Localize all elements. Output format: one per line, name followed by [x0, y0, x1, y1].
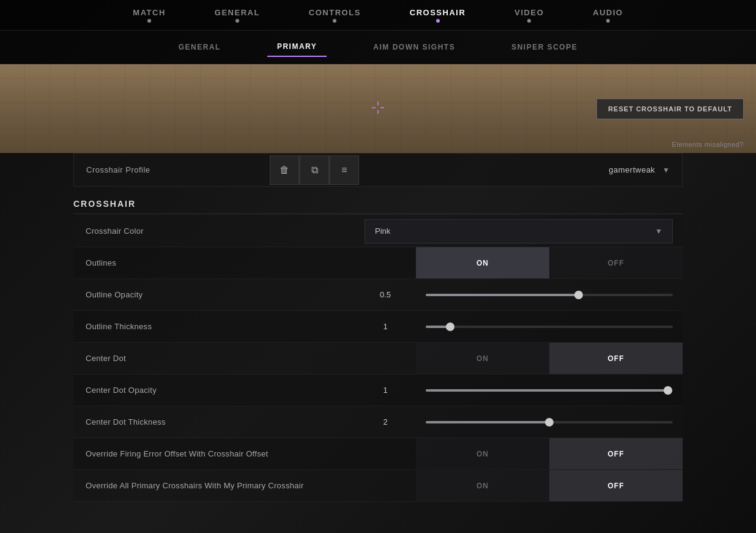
setting-value-center_dot_thickness: 2: [355, 417, 416, 427]
nav-label-general: GENERAL: [215, 8, 260, 17]
slider-track-outline_opacity[interactable]: [426, 294, 673, 296]
profile-delete-button[interactable]: 🗑: [270, 155, 299, 185]
profile-name-area[interactable]: gamertweak ▼: [359, 165, 682, 174]
nav-dot-video: [527, 19, 531, 23]
setting-label-override_firing_error: Override Firing Error Offset With Crossh…: [73, 449, 355, 458]
setting-row-center_dot_opacity: Center Dot Opacity1: [73, 375, 683, 406]
setting-label-center_dot_opacity: Center Dot Opacity: [73, 386, 355, 395]
subnav-item-general[interactable]: GENERAL: [169, 38, 231, 56]
sub-nav: GENERAL PRIMARY AIM DOWN SIGHTS SNIPER S…: [0, 31, 756, 64]
toggle-off-override_firing_error[interactable]: Off: [549, 438, 683, 469]
profile-copy-button[interactable]: ⧉: [300, 155, 329, 185]
nav-item-video[interactable]: VIDEO: [490, 0, 568, 31]
slider-fill-outline_opacity: [426, 294, 579, 296]
subnav-item-primary[interactable]: PRIMARY: [267, 37, 327, 57]
slider-track-center_dot_thickness[interactable]: [426, 421, 673, 423]
crosshair-preview-area: RESET CROSSHAIR TO DEFAULT Elements misa…: [0, 64, 756, 153]
nav-item-audio[interactable]: AUDIO: [568, 0, 647, 31]
slider-container-outline_opacity[interactable]: [416, 294, 683, 296]
nav-item-match[interactable]: MATCH: [108, 0, 190, 31]
slider-thumb-outline_thickness[interactable]: [446, 322, 454, 331]
nav-item-controls[interactable]: CONTROLS: [284, 0, 385, 31]
toggle-on-outlines[interactable]: On: [416, 247, 549, 278]
profile-dropdown-arrow: ▼: [662, 166, 670, 174]
toggle-off-outlines[interactable]: Off: [549, 247, 683, 278]
nav-item-crosshair[interactable]: CROSSHAIR: [385, 0, 491, 31]
setting-value-outline_opacity: 0.5: [355, 290, 416, 299]
toggle-group-center_dot: OnOff: [416, 343, 683, 374]
setting-row-crosshair_color: Crosshair Color Pink ▼: [73, 215, 683, 247]
slider-track-center_dot_opacity[interactable]: [426, 389, 673, 392]
toggle-on-override_firing_error[interactable]: On: [416, 438, 549, 469]
subnav-item-sniper-scope[interactable]: SNIPER SCOPE: [502, 38, 587, 56]
profile-label: Crosshair Profile: [74, 165, 270, 174]
toggle-group-outlines: OnOff: [416, 247, 683, 278]
toggle-group-override_all_primary: OnOff: [416, 470, 683, 501]
setting-label-outlines: Outlines: [73, 258, 355, 267]
setting-row-outline_thickness: Outline Thickness1: [73, 311, 683, 343]
nav-dot-crosshair: [436, 19, 440, 23]
section-header-crosshair: CROSSHAIR: [73, 189, 683, 214]
toggle-off-center_dot[interactable]: Off: [549, 343, 683, 374]
nav-label-crosshair: CROSSHAIR: [410, 8, 466, 17]
settings-container: Crosshair Color Pink ▼ OutlinesOnOffOutl…: [73, 215, 683, 502]
setting-label-center_dot_thickness: Center Dot Thickness: [73, 417, 355, 427]
setting-value-outline_thickness: 1: [355, 322, 416, 331]
subnav-item-aim-down-sights[interactable]: AIM DOWN SIGHTS: [363, 38, 465, 56]
slider-fill-center_dot_thickness: [426, 421, 549, 423]
toggle-group-override_firing_error: OnOff: [416, 438, 683, 469]
crosshair-preview: [371, 100, 385, 117]
nav-label-controls: CONTROLS: [309, 8, 361, 17]
profile-row: Crosshair Profile 🗑 ⧉ ≡ gamertweak ▼: [73, 153, 683, 187]
nav-dot-match: [147, 19, 151, 23]
profile-name: gamertweak: [609, 165, 655, 174]
slider-track-outline_thickness[interactable]: [426, 326, 673, 328]
nav-dot-general: [235, 19, 239, 23]
trash-icon: 🗑: [280, 165, 289, 176]
nav-item-general[interactable]: GENERAL: [190, 0, 284, 31]
import-icon: ≡: [341, 165, 347, 176]
toggle-on-override_all_primary[interactable]: On: [416, 470, 549, 501]
toggle-off-override_all_primary[interactable]: Off: [549, 470, 683, 501]
chevron-down-icon: ▼: [655, 227, 662, 236]
slider-fill-center_dot_opacity: [426, 389, 668, 392]
setting-label-override_all_primary: Override All Primary Crosshairs With My …: [73, 481, 355, 490]
setting-row-override_firing_error: Override Firing Error Offset With Crossh…: [73, 438, 683, 470]
slider-thumb-center_dot_thickness[interactable]: [545, 418, 554, 427]
profile-import-button[interactable]: ≡: [330, 155, 359, 185]
slider-thumb-outline_opacity[interactable]: [574, 291, 583, 299]
setting-row-center_dot_thickness: Center Dot Thickness2: [73, 406, 683, 438]
slider-container-outline_thickness[interactable]: [416, 326, 683, 328]
nav-label-audio: AUDIO: [593, 8, 623, 17]
slider-container-center_dot_opacity[interactable]: [416, 389, 683, 392]
nav-dot-audio: [606, 19, 610, 23]
setting-row-override_all_primary: Override All Primary Crosshairs With My …: [73, 470, 683, 502]
elements-misaligned-text: Elements misaligned?: [672, 141, 744, 148]
top-nav: MATCH GENERAL CONTROLS CROSSHAIR VIDEO A…: [0, 0, 756, 31]
setting-label-outline_thickness: Outline Thickness: [73, 322, 355, 331]
setting-row-outlines: OutlinesOnOff: [73, 247, 683, 279]
setting-label-center_dot: Center Dot: [73, 354, 355, 363]
setting-row-center_dot: Center DotOnOff: [73, 343, 683, 375]
profile-actions: 🗑 ⧉ ≡: [270, 155, 359, 185]
nav-label-video: VIDEO: [514, 8, 544, 17]
setting-label-crosshair_color: Crosshair Color: [73, 226, 355, 236]
setting-value-center_dot_opacity: 1: [355, 386, 416, 395]
setting-row-outline_opacity: Outline Opacity0.5: [73, 279, 683, 311]
main-content[interactable]: Crosshair Profile 🗑 ⧉ ≡ gamertweak ▼ C: [0, 153, 756, 533]
color-dropdown-crosshair_color[interactable]: Pink ▼: [365, 219, 673, 244]
reset-crosshair-button[interactable]: RESET CROSSHAIR TO DEFAULT: [596, 99, 744, 119]
page-wrapper: MATCH GENERAL CONTROLS CROSSHAIR VIDEO A…: [0, 0, 756, 533]
nav-dot-controls: [333, 19, 336, 23]
slider-thumb-center_dot_opacity[interactable]: [664, 386, 672, 395]
nav-label-match: MATCH: [133, 8, 165, 17]
copy-icon: ⧉: [311, 165, 318, 176]
color-value: Pink: [375, 226, 390, 236]
setting-label-outline_opacity: Outline Opacity: [73, 290, 355, 299]
slider-container-center_dot_thickness[interactable]: [416, 421, 683, 423]
toggle-on-center_dot[interactable]: On: [416, 343, 549, 374]
